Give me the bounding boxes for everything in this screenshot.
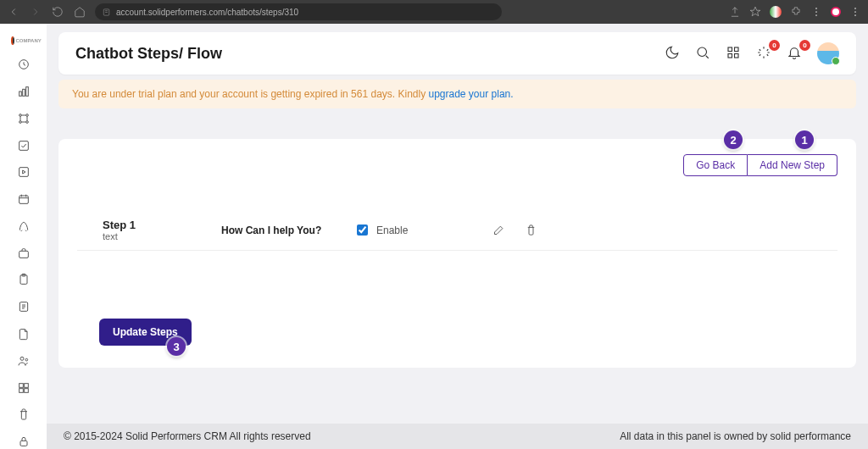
svg-point-7 xyxy=(854,11,856,13)
svg-point-15 xyxy=(19,120,21,123)
svg-rect-32 xyxy=(728,47,732,52)
svg-point-3 xyxy=(815,8,817,9)
svg-rect-11 xyxy=(22,89,25,96)
svg-point-16 xyxy=(25,120,28,123)
url-text: account.solidperformers.com/chatbots/ste… xyxy=(116,8,298,17)
add-new-step-button[interactable]: Add New Step xyxy=(748,154,837,176)
callout-two: 2 xyxy=(724,130,743,149)
user-avatar[interactable] xyxy=(817,42,839,64)
brand-logo[interactable]: COMPANY xyxy=(11,36,36,45)
content-card: 2 1 Go Back Add New Step Step 1 text How… xyxy=(58,139,856,368)
sidebar-rocket-icon[interactable] xyxy=(14,219,33,234)
page-header: Chatbot Steps/ Flow 0 0 xyxy=(58,32,856,75)
svg-rect-35 xyxy=(735,54,739,58)
search-icon[interactable] xyxy=(695,45,712,62)
svg-rect-26 xyxy=(19,383,23,387)
nav-forward-icon[interactable] xyxy=(29,5,42,19)
upgrade-link[interactable]: upgrade your plan. xyxy=(429,88,514,100)
star-icon[interactable] xyxy=(749,6,761,18)
footer: © 2015-2024 Solid Performers CRM All rig… xyxy=(47,424,868,449)
page-title: Chatbot Steps/ Flow xyxy=(75,45,222,63)
trial-banner: You are under trial plan and your accoun… xyxy=(58,80,856,108)
step-title: Step 1 xyxy=(103,219,221,231)
trial-banner-text: You are under trial plan and your accoun… xyxy=(72,88,429,100)
theme-toggle-icon[interactable] xyxy=(665,45,682,62)
sidebar-check-icon[interactable] xyxy=(14,138,33,153)
nav-back-icon[interactable] xyxy=(7,5,20,19)
activity-badge: 0 xyxy=(769,40,780,51)
svg-rect-29 xyxy=(24,388,28,392)
chrome-more-icon[interactable] xyxy=(849,6,861,18)
sidebar-trash-icon[interactable] xyxy=(14,407,33,422)
sidebar-list-icon[interactable] xyxy=(14,299,33,314)
bell-icon[interactable]: 0 xyxy=(787,45,804,62)
svg-point-8 xyxy=(854,14,856,16)
browser-avatar-icon[interactable] xyxy=(831,7,841,17)
callout-three: 3 xyxy=(167,337,186,356)
svg-point-14 xyxy=(25,114,28,116)
svg-point-5 xyxy=(815,14,817,16)
sidebar-briefcase-icon[interactable] xyxy=(14,246,33,261)
step-question: How Can I help You? xyxy=(221,224,348,236)
enable-label: Enable xyxy=(376,224,408,236)
sidebar: COMPANY xyxy=(0,24,47,449)
sidebar-play-icon[interactable] xyxy=(14,164,33,180)
sidebar-users-icon[interactable] xyxy=(14,353,33,369)
url-bar[interactable]: account.solidperformers.com/chatbots/ste… xyxy=(95,3,502,20)
sidebar-chart-icon[interactable] xyxy=(14,84,33,99)
sidebar-grid-icon[interactable] xyxy=(14,380,33,396)
svg-point-31 xyxy=(698,47,707,57)
svg-rect-19 xyxy=(19,196,28,203)
svg-point-4 xyxy=(815,11,817,13)
footer-right: All data in this panel is owned by solid… xyxy=(620,430,851,442)
svg-rect-28 xyxy=(19,388,23,392)
bell-badge: 0 xyxy=(799,40,810,51)
edit-icon[interactable] xyxy=(492,224,506,237)
sidebar-share-icon[interactable] xyxy=(14,111,33,126)
callout-one: 1 xyxy=(795,130,814,149)
svg-rect-12 xyxy=(25,87,28,97)
sidebar-calendar-icon[interactable] xyxy=(14,191,33,207)
svg-rect-30 xyxy=(20,441,27,446)
svg-point-13 xyxy=(19,114,21,116)
home-icon[interactable] xyxy=(73,5,86,19)
svg-point-6 xyxy=(854,8,856,9)
sidebar-clipboard-icon[interactable] xyxy=(14,273,33,288)
svg-rect-18 xyxy=(19,168,28,177)
enable-checkbox[interactable] xyxy=(357,224,368,236)
apps-icon[interactable] xyxy=(726,45,743,62)
svg-point-25 xyxy=(25,358,28,361)
step-row: Step 1 text How Can I help You? Enable xyxy=(77,210,837,251)
extensions-icon[interactable] xyxy=(790,6,802,18)
share-icon[interactable] xyxy=(729,6,741,18)
reload-icon[interactable] xyxy=(51,5,64,19)
browser-chrome: account.solidperformers.com/chatbots/ste… xyxy=(0,0,868,24)
step-type: text xyxy=(103,231,221,241)
chrome-menu-icon[interactable] xyxy=(810,6,822,18)
go-back-button[interactable]: Go Back xyxy=(683,154,748,176)
delete-icon[interactable] xyxy=(525,224,538,237)
sidebar-lock-icon[interactable] xyxy=(14,434,33,449)
svg-rect-27 xyxy=(24,383,28,387)
svg-rect-20 xyxy=(19,251,28,258)
sidebar-dashboard-icon[interactable] xyxy=(14,57,33,72)
activity-icon[interactable]: 0 xyxy=(756,45,773,62)
svg-point-24 xyxy=(20,357,24,360)
svg-rect-17 xyxy=(19,141,28,150)
svg-rect-33 xyxy=(735,47,739,52)
main-area: Chatbot Steps/ Flow 0 0 You are under tr… xyxy=(47,24,868,449)
sidebar-file-icon[interactable] xyxy=(14,326,33,341)
svg-rect-10 xyxy=(19,91,21,96)
footer-left: © 2015-2024 Solid Performers CRM All rig… xyxy=(64,430,311,442)
profile-flag-icon[interactable] xyxy=(770,6,782,18)
svg-rect-34 xyxy=(728,54,732,58)
